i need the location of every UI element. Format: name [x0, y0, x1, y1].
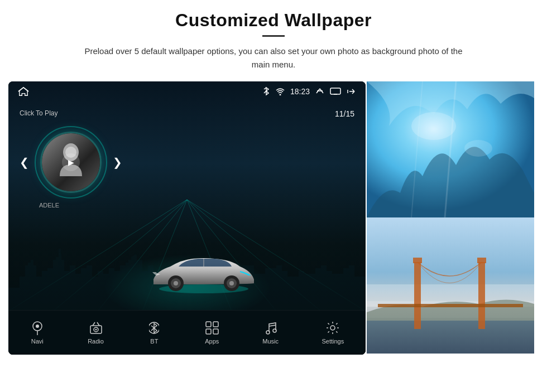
- svg-rect-39: [206, 329, 211, 334]
- artist-name: ADELE: [39, 202, 59, 209]
- svg-rect-56: [477, 258, 486, 263]
- click-to-play-label: Click To Play: [20, 109, 57, 117]
- status-time: 18:23: [290, 87, 310, 96]
- navi-label: Navi: [31, 338, 44, 345]
- nav-bar: Navi Radio: [8, 310, 366, 355]
- svg-point-44: [330, 326, 335, 330]
- wallpaper-thumbnails: [367, 81, 534, 354]
- page-container: Customized Wallpaper Preload over 5 defa…: [0, 0, 547, 392]
- svg-rect-52: [414, 262, 421, 329]
- svg-point-26: [279, 94, 281, 96]
- svg-rect-54: [378, 304, 523, 307]
- nav-item-navi[interactable]: Navi: [30, 321, 45, 345]
- svg-point-25: [229, 281, 234, 285]
- music-label: Music: [262, 338, 279, 345]
- svg-point-43: [273, 329, 276, 332]
- svg-rect-27: [330, 88, 340, 94]
- wallpaper-thumb-ice[interactable]: [367, 81, 534, 217]
- settings-label: Settings: [322, 338, 344, 345]
- music-player: Click To Play ❮: [20, 109, 122, 209]
- settings-icon: [325, 321, 340, 335]
- svg-line-41: [269, 325, 276, 326]
- svg-rect-17: [59, 249, 61, 254]
- svg-point-46: [411, 112, 456, 140]
- bluetooth-icon: [262, 86, 270, 96]
- svg-rect-40: [213, 329, 218, 334]
- radio-label: Radio: [88, 338, 104, 345]
- bt-icon: [147, 321, 161, 335]
- page-title: Customized Wallpaper: [175, 10, 372, 31]
- car-screen: 18:23: [8, 81, 366, 355]
- svg-rect-55: [413, 258, 422, 263]
- wallpaper-background: 18:23: [8, 81, 366, 355]
- svg-rect-37: [206, 322, 211, 327]
- svg-point-22: [174, 281, 178, 285]
- content-area: 18:23: [8, 81, 539, 355]
- nav-item-music[interactable]: Music: [262, 321, 279, 345]
- album-circle: ▶: [40, 132, 102, 193]
- apps-icon: [205, 321, 219, 335]
- svg-point-32: [36, 325, 39, 328]
- title-divider: [262, 35, 285, 37]
- radio-icon: [89, 321, 103, 335]
- wallpaper-thumb-bridge[interactable]: [367, 217, 534, 354]
- page-subtitle: Preload over 5 default wallpaper options…: [84, 45, 463, 71]
- status-right: 18:23: [262, 86, 357, 96]
- prev-arrow[interactable]: ❮: [20, 156, 29, 169]
- signal-icon: [276, 88, 285, 95]
- nav-item-radio[interactable]: Radio: [88, 321, 104, 345]
- nav-item-bt[interactable]: BT: [147, 321, 161, 345]
- next-arrow[interactable]: ❯: [113, 156, 122, 169]
- svg-rect-51: [367, 321, 534, 354]
- car-image: [148, 243, 260, 293]
- screen-icon: [330, 88, 341, 95]
- music-icon: [263, 321, 278, 335]
- back-icon: [347, 88, 357, 95]
- home-icon: [17, 86, 30, 96]
- date-display: 11/15: [335, 109, 354, 118]
- bt-label: BT: [150, 338, 158, 345]
- svg-point-47: [464, 140, 492, 157]
- svg-rect-53: [478, 262, 485, 329]
- status-bar: 18:23: [8, 81, 366, 101]
- svg-rect-38: [213, 322, 218, 327]
- play-button[interactable]: ▶: [62, 153, 80, 171]
- svg-point-42: [266, 331, 270, 334]
- navi-icon: [30, 321, 45, 335]
- up-arrow-icon: [315, 88, 324, 95]
- nav-item-settings[interactable]: Settings: [322, 321, 344, 345]
- album-control: ❮: [20, 126, 122, 199]
- svg-point-35: [95, 329, 97, 331]
- nav-item-apps[interactable]: Apps: [205, 321, 219, 345]
- apps-label: Apps: [205, 338, 219, 345]
